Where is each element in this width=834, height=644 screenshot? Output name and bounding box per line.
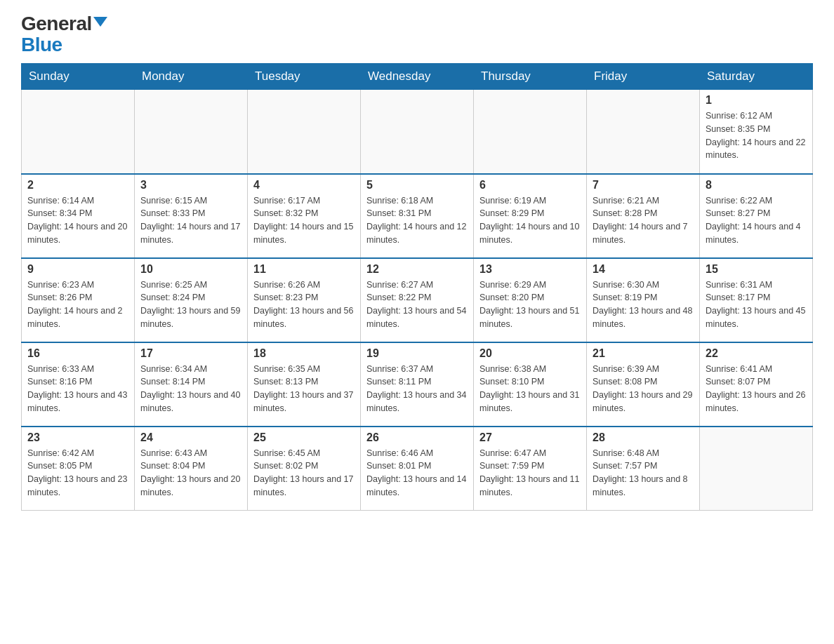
day-number: 12: [366, 263, 468, 276]
day-number: 11: [253, 263, 355, 276]
calendar-day-cell: 7Sunrise: 6:21 AM Sunset: 8:28 PM Daylig…: [587, 174, 700, 258]
day-info: Sunrise: 6:34 AM Sunset: 8:14 PM Dayligh…: [140, 363, 241, 415]
calendar-day-cell: 11Sunrise: 6:26 AM Sunset: 8:23 PM Dayli…: [248, 258, 361, 342]
calendar-day-cell: [135, 90, 248, 174]
calendar-day-cell: 6Sunrise: 6:19 AM Sunset: 8:29 PM Daylig…: [474, 174, 587, 258]
calendar-day-cell: 24Sunrise: 6:43 AM Sunset: 8:04 PM Dayli…: [135, 427, 248, 511]
day-number: 8: [706, 179, 807, 192]
day-number: 3: [140, 179, 241, 192]
calendar-day-header: Monday: [135, 64, 248, 90]
calendar-day-cell: 16Sunrise: 6:33 AM Sunset: 8:16 PM Dayli…: [22, 342, 135, 427]
calendar-week-row: 2Sunrise: 6:14 AM Sunset: 8:34 PM Daylig…: [22, 174, 813, 258]
day-info: Sunrise: 6:42 AM Sunset: 8:05 PM Dayligh…: [27, 447, 128, 499]
calendar-day-header: Friday: [587, 64, 700, 90]
calendar-day-cell: 12Sunrise: 6:27 AM Sunset: 8:22 PM Dayli…: [361, 258, 474, 342]
day-info: Sunrise: 6:35 AM Sunset: 8:13 PM Dayligh…: [253, 363, 355, 415]
day-info: Sunrise: 6:25 AM Sunset: 8:24 PM Dayligh…: [140, 279, 241, 331]
day-number: 20: [479, 347, 581, 360]
calendar-day-cell: 22Sunrise: 6:41 AM Sunset: 8:07 PM Dayli…: [700, 342, 813, 427]
day-number: 22: [706, 347, 807, 360]
calendar-day-cell: [700, 427, 813, 511]
day-number: 6: [479, 179, 581, 192]
day-number: 27: [479, 431, 581, 444]
calendar-day-cell: [22, 90, 135, 174]
logo: General Blue: [21, 14, 107, 56]
calendar-day-cell: 8Sunrise: 6:22 AM Sunset: 8:27 PM Daylig…: [700, 174, 813, 258]
calendar-day-cell: 15Sunrise: 6:31 AM Sunset: 8:17 PM Dayli…: [700, 258, 813, 342]
day-info: Sunrise: 6:14 AM Sunset: 8:34 PM Dayligh…: [27, 194, 128, 247]
day-info: Sunrise: 6:19 AM Sunset: 8:29 PM Dayligh…: [479, 194, 581, 247]
calendar-day-cell: 14Sunrise: 6:30 AM Sunset: 8:19 PM Dayli…: [587, 258, 700, 342]
day-number: 4: [253, 179, 355, 192]
day-number: 24: [140, 431, 241, 444]
day-info: Sunrise: 6:18 AM Sunset: 8:31 PM Dayligh…: [366, 194, 468, 247]
calendar-day-cell: 28Sunrise: 6:48 AM Sunset: 7:57 PM Dayli…: [587, 427, 700, 511]
day-info: Sunrise: 6:22 AM Sunset: 8:27 PM Dayligh…: [706, 194, 807, 247]
calendar-day-cell: [361, 90, 474, 174]
calendar-day-header: Wednesday: [361, 64, 474, 90]
logo-triangle-icon: [93, 17, 107, 27]
day-info: Sunrise: 6:26 AM Sunset: 8:23 PM Dayligh…: [253, 279, 355, 331]
day-info: Sunrise: 6:37 AM Sunset: 8:11 PM Dayligh…: [366, 363, 468, 415]
day-info: Sunrise: 6:12 AM Sunset: 8:35 PM Dayligh…: [706, 109, 807, 162]
logo-general-text: General: [21, 14, 92, 34]
day-info: Sunrise: 6:38 AM Sunset: 8:10 PM Dayligh…: [479, 363, 581, 415]
calendar-day-cell: 13Sunrise: 6:29 AM Sunset: 8:20 PM Dayli…: [474, 258, 587, 342]
calendar-day-header: Sunday: [22, 64, 135, 90]
day-number: 15: [706, 263, 807, 276]
day-number: 23: [27, 431, 128, 444]
day-number: 2: [27, 179, 128, 192]
day-info: Sunrise: 6:21 AM Sunset: 8:28 PM Dayligh…: [593, 194, 694, 247]
day-number: 19: [366, 347, 468, 360]
day-number: 17: [140, 347, 241, 360]
day-info: Sunrise: 6:43 AM Sunset: 8:04 PM Dayligh…: [140, 447, 241, 499]
calendar-day-cell: 10Sunrise: 6:25 AM Sunset: 8:24 PM Dayli…: [135, 258, 248, 342]
day-number: 14: [593, 263, 694, 276]
calendar-day-cell: [248, 90, 361, 174]
calendar-day-cell: 21Sunrise: 6:39 AM Sunset: 8:08 PM Dayli…: [587, 342, 700, 427]
calendar-week-row: 16Sunrise: 6:33 AM Sunset: 8:16 PM Dayli…: [22, 342, 813, 427]
day-info: Sunrise: 6:39 AM Sunset: 8:08 PM Dayligh…: [593, 363, 694, 415]
calendar-day-header: Saturday: [700, 64, 813, 90]
day-info: Sunrise: 6:33 AM Sunset: 8:16 PM Dayligh…: [27, 363, 128, 415]
calendar-week-row: 1Sunrise: 6:12 AM Sunset: 8:35 PM Daylig…: [22, 90, 813, 174]
day-number: 1: [706, 94, 807, 107]
day-info: Sunrise: 6:17 AM Sunset: 8:32 PM Dayligh…: [253, 194, 355, 247]
day-number: 16: [27, 347, 128, 360]
calendar-day-cell: 9Sunrise: 6:23 AM Sunset: 8:26 PM Daylig…: [22, 258, 135, 342]
calendar-day-cell: 1Sunrise: 6:12 AM Sunset: 8:35 PM Daylig…: [700, 90, 813, 174]
calendar-week-row: 9Sunrise: 6:23 AM Sunset: 8:26 PM Daylig…: [22, 258, 813, 342]
day-number: 13: [479, 263, 581, 276]
day-number: 18: [253, 347, 355, 360]
day-info: Sunrise: 6:30 AM Sunset: 8:19 PM Dayligh…: [593, 279, 694, 331]
calendar-day-cell: [474, 90, 587, 174]
day-info: Sunrise: 6:47 AM Sunset: 7:59 PM Dayligh…: [479, 447, 581, 499]
calendar-week-row: 23Sunrise: 6:42 AM Sunset: 8:05 PM Dayli…: [22, 427, 813, 511]
calendar-day-cell: 25Sunrise: 6:45 AM Sunset: 8:02 PM Dayli…: [248, 427, 361, 511]
calendar-day-cell: 18Sunrise: 6:35 AM Sunset: 8:13 PM Dayli…: [248, 342, 361, 427]
day-info: Sunrise: 6:27 AM Sunset: 8:22 PM Dayligh…: [366, 279, 468, 331]
calendar-day-cell: 5Sunrise: 6:18 AM Sunset: 8:31 PM Daylig…: [361, 174, 474, 258]
calendar-day-cell: 19Sunrise: 6:37 AM Sunset: 8:11 PM Dayli…: [361, 342, 474, 427]
calendar-day-cell: [587, 90, 700, 174]
day-info: Sunrise: 6:15 AM Sunset: 8:33 PM Dayligh…: [140, 194, 241, 247]
day-info: Sunrise: 6:31 AM Sunset: 8:17 PM Dayligh…: [706, 279, 807, 331]
calendar-day-cell: 2Sunrise: 6:14 AM Sunset: 8:34 PM Daylig…: [22, 174, 135, 258]
calendar-day-cell: 3Sunrise: 6:15 AM Sunset: 8:33 PM Daylig…: [135, 174, 248, 258]
day-number: 26: [366, 431, 468, 444]
page-header: General Blue: [21, 14, 813, 56]
day-number: 10: [140, 263, 241, 276]
calendar-table: SundayMondayTuesdayWednesdayThursdayFrid…: [21, 63, 813, 511]
day-number: 7: [593, 179, 694, 192]
day-number: 25: [253, 431, 355, 444]
calendar-day-header: Thursday: [474, 64, 587, 90]
day-number: 9: [27, 263, 128, 276]
calendar-day-cell: 4Sunrise: 6:17 AM Sunset: 8:32 PM Daylig…: [248, 174, 361, 258]
calendar-day-cell: 27Sunrise: 6:47 AM Sunset: 7:59 PM Dayli…: [474, 427, 587, 511]
calendar-day-cell: 20Sunrise: 6:38 AM Sunset: 8:10 PM Dayli…: [474, 342, 587, 427]
day-info: Sunrise: 6:29 AM Sunset: 8:20 PM Dayligh…: [479, 279, 581, 331]
day-number: 5: [366, 179, 468, 192]
day-info: Sunrise: 6:48 AM Sunset: 7:57 PM Dayligh…: [593, 447, 694, 499]
calendar-header-row: SundayMondayTuesdayWednesdayThursdayFrid…: [22, 64, 813, 90]
day-number: 21: [593, 347, 694, 360]
